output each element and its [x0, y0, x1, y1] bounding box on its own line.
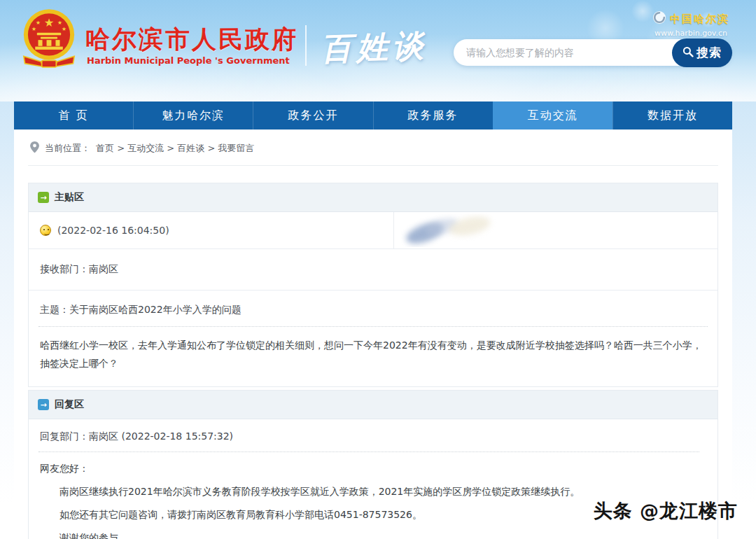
watermark: 头条 @龙江楼市 — [594, 498, 738, 524]
breadcrumb-path[interactable]: 首页 > 互动交流 > 百姓谈 > 我要留言 — [96, 142, 254, 155]
breadcrumb: 当前位置： 首页 > 互动交流 > 百姓谈 > 我要留言 — [28, 130, 718, 166]
site-title: 哈尔滨市人民政府 — [85, 23, 298, 56]
nav-item-open-data[interactable]: 数据开放 — [612, 102, 732, 130]
svg-text:★: ★ — [57, 20, 62, 26]
post-author-cell: (2022-02-16 16:04:50) — [29, 212, 394, 248]
smiley-icon — [40, 225, 51, 236]
nav-item-interaction[interactable]: 互动交流 — [493, 102, 612, 130]
post-subject-row: 主题：关于南岗区哈西2022年小学入学的问题 — [29, 290, 718, 326]
reply-body: 网友您好： 南岗区继续执行2021年哈尔滨市义务教育阶段学校按学区就近入学政策，… — [29, 452, 718, 539]
reply-dept-row: 回复部门：南岗区 (2022-02-18 15:57:32) — [29, 419, 718, 451]
reply-dept-value: 南岗区 (2022-02-18 15:57:32) — [89, 430, 233, 442]
arrow-right-icon: → — [38, 399, 49, 410]
title-divider — [305, 25, 307, 66]
post-author-redacted — [394, 212, 718, 248]
post-content: 哈西继红小学一校区，去年入学通知公布了学位锁定的相关细则，想问一下今年2022年… — [29, 327, 718, 386]
nav-item-charm-harbin[interactable]: 魅力哈尔滨 — [133, 102, 253, 130]
search-button-label: 搜索 — [696, 45, 722, 61]
location-pin-icon — [30, 141, 39, 155]
harbin-swirl-icon — [652, 10, 666, 27]
national-emblem: ★ ★ ★ ★ ★ — [19, 8, 79, 76]
main-nav: 首 页 魅力哈尔滨 政务公开 政务服务 互动交流 数据开放 — [14, 102, 732, 130]
site-search: 搜索 — [454, 39, 731, 66]
reply-dept-label: 回复部门： — [40, 430, 89, 442]
reply-line: 谢谢您的参与。 — [40, 531, 706, 539]
post-section: → 主贴区 (2022-02-16 16:04:50) — [28, 183, 718, 387]
svg-text:★: ★ — [62, 26, 66, 32]
post-receiver-row: 接收部门：南岗区 — [29, 249, 718, 290]
post-meta-row: (2022-02-16 16:04:50) — [29, 212, 718, 249]
post-section-header: → 主贴区 — [29, 183, 718, 212]
reply-section-title: 回复区 — [55, 398, 84, 411]
post-section-title: 主贴区 — [55, 191, 84, 204]
reply-greeting: 网友您好： — [40, 463, 706, 475]
svg-text:★: ★ — [44, 16, 55, 29]
main-content: 当前位置： 首页 > 互动交流 > 百姓谈 > 我要留言 → 主贴区 (2022… — [14, 130, 732, 539]
gov-logo-text: 中国哈尔滨 — [670, 13, 729, 26]
gov-portal-logo[interactable]: 中国哈尔滨 www.harbin.gov.cn — [652, 10, 729, 38]
search-icon — [682, 46, 694, 60]
svg-text:★: ★ — [36, 20, 41, 26]
subject-label: 主题： — [40, 304, 69, 315]
search-button[interactable]: 搜索 — [672, 38, 732, 67]
svg-text:★: ★ — [31, 26, 36, 32]
receiver-label: 接收部门： — [40, 263, 89, 274]
site-banner: ★ ★ ★ ★ ★ 哈尔滨市人民政府 Harbin Municipal Peop… — [0, 0, 756, 102]
reply-line: 南岗区继续执行2021年哈尔滨市义务教育阶段学校按学区就近入学政策，2021年实… — [40, 484, 706, 499]
subject-value: 关于南岗区哈西2022年小学入学的问题 — [69, 304, 241, 315]
nav-item-gov-services[interactable]: 政务服务 — [373, 102, 493, 130]
redaction-smudge — [401, 214, 513, 247]
nav-item-home[interactable]: 首 页 — [14, 102, 133, 130]
site-subtitle: Harbin Municipal People 's Government — [87, 55, 290, 66]
gov-logo-url: www.harbin.gov.cn — [652, 29, 729, 38]
arrow-right-icon: → — [38, 192, 49, 203]
breadcrumb-prefix: 当前位置： — [45, 142, 90, 155]
post-timestamp: (2022-02-16 16:04:50) — [57, 225, 169, 236]
section-banner-title: 百姓谈 — [320, 24, 428, 70]
receiver-value: 南岗区 — [89, 263, 118, 274]
reply-section-header: → 回复区 — [29, 391, 718, 419]
nav-item-gov-affairs[interactable]: 政务公开 — [253, 102, 372, 130]
